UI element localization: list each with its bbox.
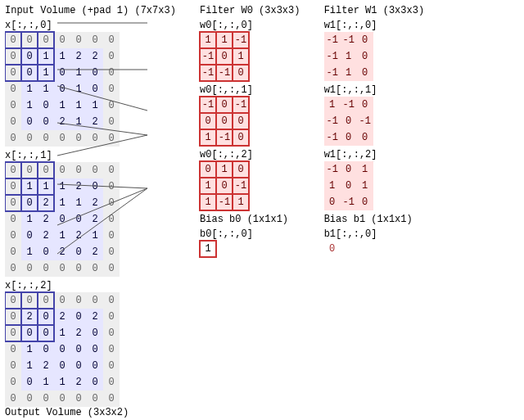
input-cell: 0 — [38, 97, 54, 114]
w0-cell: 0 — [233, 129, 249, 146]
input-cell: 1 — [38, 374, 54, 391]
input-cell: 0 — [5, 162, 21, 178]
input-cell: 0 — [70, 211, 87, 228]
w1-cell: 0 — [341, 129, 357, 146]
input-cell: 0 — [54, 391, 70, 407]
input-cell: 0 — [54, 260, 70, 277]
w1-cell: -1 — [324, 48, 341, 65]
w1-cell: 0 — [357, 129, 373, 146]
input-cell: 1 — [70, 81, 87, 97]
input-cell: 0 — [70, 162, 87, 178]
input-cell: 2 — [54, 309, 70, 325]
input-cell: 0 — [70, 341, 87, 358]
input-cell: 0 — [103, 32, 120, 48]
w1-slice: -1011010-10 — [324, 161, 373, 210]
input-cell: 0 — [103, 391, 120, 407]
input-label: x[:,:,0] — [5, 20, 176, 31]
input-label: x[:,:,2] — [5, 280, 176, 291]
input-cell: 0 — [5, 211, 21, 228]
w1-label: w1[:,:,2] — [324, 149, 424, 160]
w0-cell: 0 — [216, 97, 233, 113]
w0-cell: 0 — [216, 113, 233, 129]
input-cell: 0 — [103, 195, 120, 211]
input-cell: 0 — [103, 130, 120, 147]
w0-cell: -1 — [200, 48, 216, 65]
input-cell: 2 — [38, 211, 54, 228]
input-cell: 0 — [38, 114, 54, 130]
input-cell: 0 — [103, 292, 120, 309]
input-cell: 0 — [21, 260, 38, 277]
input-cell: 0 — [87, 341, 103, 358]
output-column: Output Volume (3x3x2) o[:,:,0]10-3-6114-… — [5, 407, 151, 420]
filter1-column: Filter W1 (3x3x3) w1[:,:,0]-1-10-110-110… — [324, 5, 424, 257]
input-cell: 0 — [54, 358, 70, 374]
w0-cell: -1 — [200, 65, 216, 81]
w0-label: w0[:,:,1] — [200, 84, 300, 96]
input-cell: 0 — [5, 178, 21, 195]
input-cell: 0 — [54, 162, 70, 178]
input-cell: 0 — [103, 65, 120, 81]
input-cell: 0 — [21, 228, 38, 244]
input-cell: 0 — [38, 162, 54, 178]
input-cell: 0 — [5, 260, 21, 277]
bias0-grid: 1 — [200, 241, 216, 257]
input-cell: 1 — [54, 228, 70, 244]
input-cell: 2 — [87, 195, 103, 211]
w1-label: w1[:,:,1] — [324, 84, 424, 96]
input-cell: 2 — [87, 244, 103, 260]
w0-cell: -1 — [200, 97, 216, 113]
input-cell: 2 — [87, 114, 103, 130]
w0-cell: 0 — [216, 178, 233, 194]
input-cell: 1 — [54, 325, 70, 341]
input-cell: 2 — [70, 48, 87, 65]
input-cell: 0 — [21, 32, 38, 48]
input-cell: 0 — [5, 81, 21, 97]
input-cell: 0 — [5, 341, 21, 358]
w1-cell: 1 — [324, 178, 341, 194]
input-cell: 1 — [70, 97, 87, 114]
w1-cell: 0 — [357, 65, 373, 81]
input-cell: 0 — [87, 162, 103, 178]
input-cell: 0 — [5, 391, 21, 407]
input-cell: 2 — [38, 195, 54, 211]
input-cell: 1 — [21, 211, 38, 228]
w1-cell: 0 — [341, 178, 357, 194]
input-cell: 1 — [38, 81, 54, 97]
w0-cell: -1 — [233, 178, 249, 194]
input-cell: 1 — [21, 97, 38, 114]
input-cell: 0 — [5, 374, 21, 391]
input-cell: 0 — [38, 32, 54, 48]
w0-cell: 1 — [200, 194, 216, 210]
input-cell: 2 — [54, 114, 70, 130]
input-slice: 0000000001122000101000110100010111000021… — [5, 32, 120, 147]
input-cell: 0 — [103, 309, 120, 325]
input-cell: 1 — [54, 195, 70, 211]
w1-cell: -1 — [357, 113, 373, 129]
input-cell: 0 — [38, 130, 54, 147]
w0-cell: 0 — [233, 161, 249, 178]
input-title: Input Volume (+pad 1) (7x7x3) — [5, 5, 176, 16]
input-cell: 0 — [70, 32, 87, 48]
filter0-title: Filter W0 (3x3x3) — [200, 5, 300, 16]
input-cell: 1 — [38, 178, 54, 195]
input-cell: 2 — [38, 358, 54, 374]
input-cell: 0 — [21, 195, 38, 211]
input-cell: 0 — [87, 391, 103, 407]
w0-cell: 0 — [216, 48, 233, 65]
input-cell: 0 — [21, 292, 38, 309]
w0-slice: 01010-11-11 — [200, 161, 249, 210]
input-cell: 0 — [103, 114, 120, 130]
filter1-title: Filter W1 (3x3x3) — [324, 5, 424, 16]
input-cell: 1 — [38, 48, 54, 65]
input-cell: 0 — [103, 211, 120, 228]
bias1-title: Bias b1 (1x1x1) — [324, 214, 424, 225]
input-cell: 1 — [54, 374, 70, 391]
w0-cell: 1 — [200, 178, 216, 194]
input-cell: 1 — [21, 358, 38, 374]
input-cell: 0 — [21, 391, 38, 407]
w1-cell: 0 — [357, 32, 373, 48]
input-cell: 0 — [103, 178, 120, 195]
input-cell: 0 — [5, 292, 21, 309]
input-slice: 0000000011120000211200120020002121001020… — [5, 162, 120, 277]
w0-slice: 11-1-101-1-10 — [200, 32, 249, 81]
